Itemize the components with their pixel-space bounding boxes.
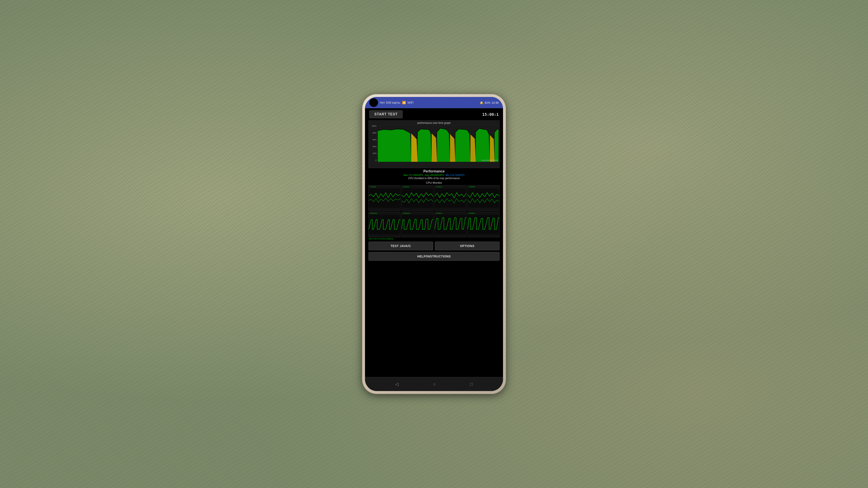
help-instructions-button[interactable]: HELP/INSTRUCTIONS: [369, 252, 499, 261]
performance-stats: Max 171,690GIPS Avg 148,683GIPS Min 116,…: [369, 174, 499, 176]
y-axis: 100% 80% 60% 40% 20% 0: [370, 125, 377, 162]
start-test-button[interactable]: START TEST: [369, 110, 403, 118]
status-left: Нет SIM карты 📶 WiFi: [369, 98, 413, 107]
svg-marker-13: [470, 134, 476, 162]
core-8-graph: [468, 212, 499, 237]
core-4-label: 1.70GHz: [468, 186, 475, 188]
battery-text: 81%: [485, 101, 490, 104]
core-1-graph: [369, 186, 400, 210]
core-8-label: 2.42GHz: [468, 212, 475, 214]
stat-max: Max 171,690GIPS: [404, 174, 423, 176]
core-4-graph: [468, 186, 499, 210]
options-label: OPTIONS: [460, 244, 474, 248]
y-label-80: 80%: [370, 132, 377, 134]
svg-rect-17: [369, 188, 400, 208]
core-5-label: 1.800GHz: [369, 212, 377, 214]
svg-rect-19: [435, 188, 466, 208]
cpu-core-1: 1.70GHz: [369, 185, 401, 211]
core-5-graph: [369, 212, 400, 237]
svg-marker-8: [418, 129, 432, 162]
timer-display: 15:00:1: [482, 112, 499, 117]
svg-marker-6: [378, 129, 411, 162]
core-1-label: 1.70GHz: [369, 186, 376, 188]
phone-screen: Нет SIM карты 📶 WiFi 🔔 81% 12:30 START T…: [365, 97, 503, 391]
x-axis-label: time(interval 2min): [482, 159, 498, 161]
scene: Нет SIM карты 📶 WiFi 🔔 81% 12:30 START T…: [282, 16, 586, 472]
cpu-monitor-title: CPU Monitor: [369, 181, 499, 184]
performance-graph-container: performance over time graph 100% 80% 60%…: [369, 120, 499, 168]
core-2-label: 1.70GHz: [402, 186, 409, 188]
graph-area: time(interval 2min): [378, 125, 498, 162]
throttle-text: CPU throttled to 69% of its max performa…: [369, 177, 499, 180]
stat-avg: Avg 148,683GIPS: [425, 174, 444, 176]
core-6-label: 1.800GHz: [402, 212, 410, 214]
svg-marker-11: [450, 134, 456, 162]
graph-title: performance over time graph: [369, 121, 499, 125]
core-3-graph: [435, 186, 466, 210]
core-2-graph: [402, 186, 433, 210]
cpu-core-4: 1.70GHz: [467, 185, 499, 211]
wifi-icon: WiFi: [407, 101, 413, 104]
svg-rect-18: [402, 188, 433, 208]
svg-rect-20: [468, 188, 499, 208]
core-7-label: 2.42GHz: [435, 212, 442, 214]
core-3-label: 1.70GHz: [435, 186, 442, 188]
y-label-40: 40%: [370, 145, 377, 148]
svg-marker-9: [432, 133, 437, 162]
svg-marker-14: [476, 129, 490, 162]
svg-marker-16: [495, 129, 498, 162]
alarm-icon: 🔔: [480, 101, 483, 104]
camera-notch: [369, 98, 378, 107]
cpu-grid: 1.70GHz 1.70GHz: [369, 185, 499, 237]
core-7-graph: [435, 212, 466, 237]
bottom-buttons: TEST JAVA/C OPTIONS HELP/INSTRUCTIONS: [369, 241, 499, 261]
y-label-0: 0: [370, 159, 377, 161]
status-bar: Нет SIM карты 📶 WiFi 🔔 81% 12:30: [365, 97, 503, 108]
performance-section: Performance Max 171,690GIPS Avg 148,683G…: [369, 169, 499, 180]
performance-svg: [378, 125, 498, 162]
y-label-100: 100%: [370, 125, 377, 127]
svg-rect-22: [402, 215, 433, 234]
core-6-graph: [402, 212, 433, 237]
back-nav-icon[interactable]: ◁: [395, 382, 398, 387]
cpu-core-2: 1.70GHz: [401, 185, 434, 211]
status-right: 🔔 81% 12:30: [480, 101, 499, 104]
cpu-monitor-section: CPU Monitor 1.70GHz: [369, 181, 499, 240]
cpu-core-7: 2.42GHz: [434, 212, 467, 237]
svg-marker-10: [437, 128, 450, 162]
app-content: START TEST 15:00:1 performance over time…: [365, 108, 503, 377]
navigation-bar: ◁ ○ □: [365, 377, 503, 391]
recents-nav-icon[interactable]: □: [470, 382, 473, 387]
graph-inner: 100% 80% 60% 40% 20% 0: [370, 125, 498, 166]
help-instructions-label: HELP/INSTRUCTIONS: [417, 255, 451, 258]
phone-device: Нет SIM карты 📶 WiFi 🔔 81% 12:30 START T…: [362, 94, 506, 394]
top-bar: START TEST 15:00:1: [369, 108, 499, 120]
home-nav-icon[interactable]: ○: [433, 382, 436, 387]
cpu-core-5: 1.800GHz: [369, 212, 401, 237]
performance-title: Performance: [369, 169, 499, 173]
y-label-20: 20%: [370, 152, 377, 155]
start-test-label: START TEST: [374, 112, 398, 116]
button-row-1: TEST JAVA/C OPTIONS: [369, 241, 499, 250]
time-display: 12:30: [492, 101, 499, 104]
carrier-text: Нет SIM карты: [380, 101, 400, 104]
cpu-core-6: 1.800GHz: [401, 212, 434, 237]
svg-marker-12: [455, 129, 470, 162]
max-cpu-clock: MAX CPU CLOCK:2.60GHz: [369, 238, 499, 240]
y-label-60: 60%: [370, 139, 377, 141]
test-java-c-label: TEST JAVA/C: [391, 244, 411, 248]
test-java-c-button[interactable]: TEST JAVA/C: [369, 241, 433, 250]
cpu-core-3: 1.70GHz: [434, 185, 467, 211]
stat-min: Min 116,749GIPS: [445, 174, 464, 176]
svg-rect-21: [369, 215, 400, 234]
signal-icon: 📶: [402, 101, 406, 104]
svg-rect-23: [435, 215, 466, 234]
cpu-core-8: 2.42GHz: [467, 212, 499, 237]
options-button[interactable]: OPTIONS: [435, 241, 499, 250]
